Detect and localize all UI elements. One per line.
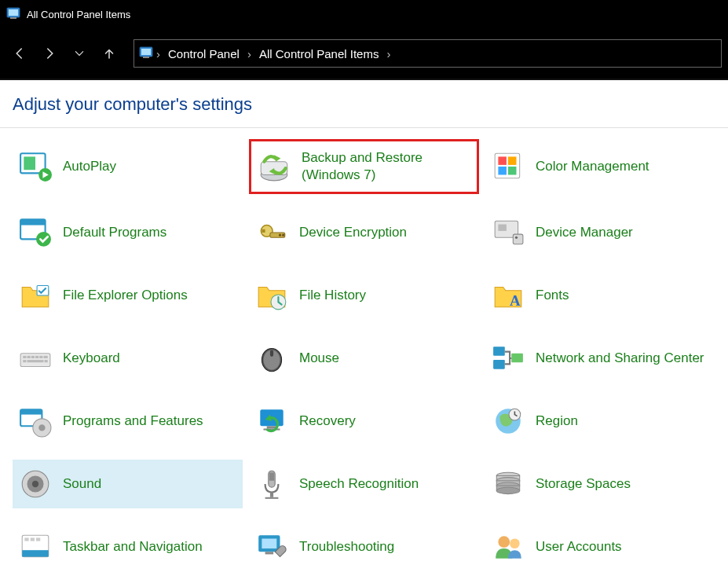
cp-item-label: Troubleshooting (299, 538, 394, 556)
page-heading: Adjust your computer's settings (13, 94, 715, 115)
window-title: All Control Panel Items (27, 9, 130, 20)
cp-item-label: Network and Sharing Center (536, 350, 704, 367)
fonts-icon (492, 279, 525, 312)
users-icon (492, 530, 525, 563)
cp-item-label: Keyboard (63, 350, 120, 367)
network-icon (492, 342, 525, 375)
cp-item-defaultprogs[interactable]: Default Programs (13, 208, 243, 257)
cp-item-region[interactable]: Region (485, 397, 715, 446)
cp-item-label: AutoPlay (63, 158, 116, 175)
up-button[interactable] (96, 40, 123, 67)
cp-item-label: Recovery (299, 412, 356, 430)
chevron-right-icon[interactable]: › (247, 47, 251, 60)
keyboard-icon (19, 342, 52, 375)
cp-item-filehist[interactable]: File History (249, 271, 479, 320)
cp-item-speech[interactable]: Speech Recognition (249, 460, 479, 508)
cp-item-label: Programs and Features (63, 412, 203, 430)
content-area: Adjust your computer's settings AutoPlay… (0, 80, 728, 572)
back-button[interactable] (6, 40, 33, 67)
divider (0, 127, 728, 128)
cp-item-storage[interactable]: Storage Spaces (485, 460, 715, 508)
cp-item-trouble[interactable]: Troubleshooting (249, 522, 479, 571)
cp-item-keyboard[interactable]: Keyboard (13, 334, 243, 383)
cp-item-devmgr[interactable]: Device Manager (485, 208, 715, 257)
forward-button[interactable] (36, 40, 63, 67)
fileexp-icon (19, 279, 52, 312)
chevron-right-icon[interactable]: › (156, 47, 160, 60)
cp-item-devenc[interactable]: Device Encryption (249, 208, 479, 257)
cp-item-label: Region (536, 412, 578, 430)
cp-item-progfeat[interactable]: Programs and Features (13, 397, 243, 446)
cp-item-label: Sound (63, 475, 101, 493)
breadcrumb-control-panel[interactable]: Control Panel (163, 44, 244, 64)
address-icon (139, 46, 153, 60)
cp-item-label: User Accounts (536, 538, 622, 556)
progfeat-icon (19, 405, 52, 438)
color-icon (492, 150, 525, 183)
cp-item-users[interactable]: User Accounts (485, 522, 715, 571)
title-bar: All Control Panel Items (0, 0, 728, 28)
devmgr-icon (492, 216, 525, 249)
filehist-icon (255, 279, 288, 312)
cp-item-label: Taskbar and Navigation (63, 538, 203, 556)
backup-icon (258, 150, 291, 183)
cp-item-autoplay[interactable]: AutoPlay (13, 139, 243, 194)
defaultprogs-icon (19, 216, 52, 249)
cp-item-label: Speech Recognition (299, 475, 419, 493)
chevron-right-icon[interactable]: › (386, 47, 390, 60)
cp-item-network[interactable]: Network and Sharing Center (485, 334, 715, 383)
cp-item-sound[interactable]: Sound (13, 460, 243, 508)
cp-item-label: File History (299, 287, 366, 304)
breadcrumb-all-items[interactable]: All Control Panel Items (254, 44, 384, 64)
cp-item-label: Fonts (536, 287, 569, 304)
address-bar[interactable]: › Control Panel › All Control Panel Item… (134, 39, 722, 68)
region-icon (492, 405, 525, 438)
cp-item-fileexp[interactable]: File Explorer Options (13, 271, 243, 320)
cp-item-label: Mouse (299, 350, 339, 367)
cp-item-mouse[interactable]: Mouse (249, 334, 479, 383)
speech-icon (255, 468, 288, 500)
trouble-icon (255, 530, 288, 563)
cp-item-label: Default Programs (63, 224, 166, 241)
cp-item-label: Color Management (536, 158, 649, 175)
sound-icon (19, 468, 52, 500)
taskbar-icon (19, 530, 52, 563)
cp-item-label: Storage Spaces (536, 475, 631, 493)
cp-item-fonts[interactable]: Fonts (485, 271, 715, 320)
recovery-icon (255, 405, 288, 438)
cp-item-label: File Explorer Options (63, 287, 188, 304)
storage-icon (492, 468, 525, 500)
items-grid: AutoPlayBackup and Restore (Windows 7)Co… (13, 139, 715, 572)
autoplay-icon (19, 150, 52, 183)
cp-item-taskbar[interactable]: Taskbar and Navigation (13, 522, 243, 571)
nav-bar: › Control Panel › All Control Panel Item… (0, 28, 728, 80)
cp-item-backup[interactable]: Backup and Restore (Windows 7) (249, 139, 479, 194)
cp-item-recovery[interactable]: Recovery (249, 397, 479, 446)
mouse-icon (255, 342, 288, 375)
cp-item-label: Backup and Restore (Windows 7) (302, 149, 470, 184)
control-panel-icon (6, 7, 20, 21)
cp-item-label: Device Encryption (299, 224, 407, 241)
cp-item-color[interactable]: Color Management (485, 139, 715, 194)
cp-item-label: Device Manager (536, 224, 633, 241)
recent-locations-button[interactable] (66, 40, 93, 67)
devenc-icon (255, 216, 288, 249)
